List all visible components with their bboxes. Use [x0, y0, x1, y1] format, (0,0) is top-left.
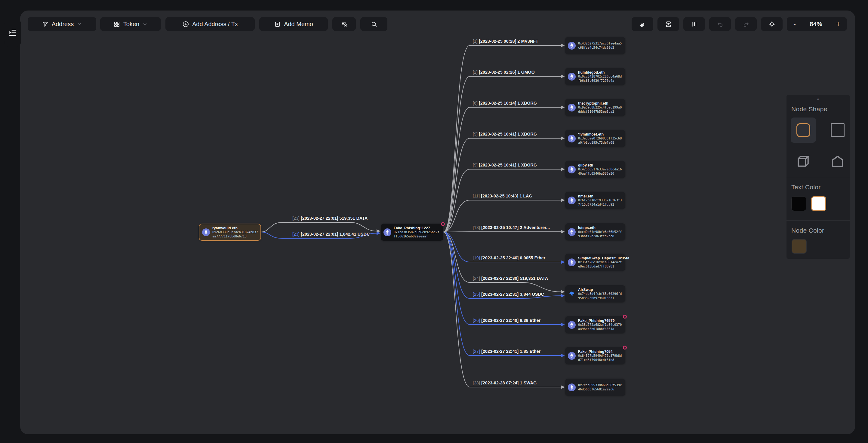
node-address: 0x35a772a682af1e34c0370aa98ec5b018bbf405… [578, 323, 623, 331]
node-address: 0x84527b5949d479c879b8dd71cd8f79048cdf6f… [578, 354, 623, 362]
pan-hand-icon [639, 21, 646, 28]
transfer-edge-label[interactable]: [2] [2023-02-25 02:26] 1 GMOO [473, 70, 535, 74]
address-node[interactable]: humblegod.eth 0x0cc5428702c220cc4a68dfb6… [565, 68, 625, 85]
add-address-tx-button[interactable]: Add Address / Tx [165, 17, 255, 31]
node-address: 0x6f7ce10cf9335216f63f37f15d6734a1d417db… [578, 198, 623, 206]
shape-option-cube[interactable] [791, 149, 816, 174]
undo-icon [717, 21, 724, 28]
undo-button[interactable] [709, 17, 731, 31]
transfer-edge-label[interactable]: [23] [2023-02-27 22:01] 1,842.41 USDC [292, 232, 370, 237]
transfer-edge-label[interactable]: [11] [2023-02-25 10:43] 1 LAG [473, 194, 532, 198]
node-address: 0xcd9e0fe98bfe8d06b52ff93abf12b2a63fed2b… [578, 230, 623, 238]
chain-icon [568, 383, 576, 391]
crosshair-icon [769, 21, 775, 28]
collapse-panel-arrow-icon[interactable]: ▲ [786, 97, 850, 101]
shape-option-rounded-square[interactable] [791, 117, 816, 143]
chevron-down-icon [77, 21, 82, 27]
address-node[interactable]: *lvmhmoët.eth 0x3e3bae0f269833ff35c68a0f… [565, 130, 625, 147]
chain-icon [383, 229, 391, 236]
address-filter-label: Address [52, 21, 74, 28]
address-filter-button[interactable]: Address [28, 17, 96, 31]
text-color-white-swatch[interactable] [811, 196, 826, 211]
edge-timestamp: [2023-02-27 22:40] [480, 318, 520, 323]
address-node[interactable]: 0x4326275317acc0fae4aa5c68fce4c54c74dc08… [565, 37, 625, 54]
auto-layout-button[interactable] [657, 17, 679, 31]
transfer-edge-label[interactable]: [25] [2023-02-27 22:31] 3,844 USDC [473, 292, 544, 297]
align-columns-button[interactable] [683, 17, 705, 31]
chain-icon [568, 197, 576, 204]
address-node[interactable]: SimpleSwap_Deposit_0x35fa 0x35fa28e1bf8e… [565, 254, 625, 271]
node-address: 0x0cc5428702c220cc4a68dfb6c83c6930f7270e… [578, 74, 623, 83]
shape-option-house[interactable] [825, 149, 850, 174]
ethereum-icon [568, 259, 576, 266]
transfer-edge[interactable] [443, 76, 561, 232]
transfer-edge[interactable] [443, 107, 561, 232]
edge-amount: 1 XBORG [518, 132, 537, 136]
transfer-edge-label[interactable]: [9] [2023-02-25 10:41] 1 XBORG [473, 163, 537, 167]
address-node[interactable]: lsteps.eth 0xcd9e0fe98bfe8d06b52ff93abf1… [565, 223, 625, 240]
search-button[interactable] [360, 17, 388, 31]
edge-index: [1] [473, 39, 477, 43]
transfer-edge-label[interactable]: [27] [2023-02-27 22:41] 1.85 Ether [473, 349, 541, 354]
edge-timestamp: [2023-02-25 10:41] [477, 132, 517, 136]
transfer-edge-label[interactable]: [1] [2023-02-25 00:28] 2 MV3NFT [473, 39, 538, 43]
transfer-edge[interactable] [443, 232, 561, 232]
locate-center-button[interactable] [761, 17, 783, 31]
address-node[interactable]: nmsl.eth 0x6f7ce10cf9335216f63f37f15d673… [565, 192, 625, 209]
address-node[interactable]: gilby.eth 0x42560517b33a7e68cda1640aa47b… [565, 161, 625, 178]
zoom-in-button[interactable]: + [836, 21, 840, 28]
node-address: 0x1ba383587e6b6e8925bc2fff5d6165ab8a2eea… [394, 230, 441, 238]
chain-icon [568, 166, 576, 173]
node-label: Fake_Phishing76579 [578, 318, 623, 323]
edge-index: [27] [473, 349, 480, 354]
node-style-panel: ▲ Node Shape Text Color Node Color [786, 95, 850, 259]
redo-button[interactable] [735, 17, 757, 31]
edge-amount: 1 GMOO [518, 70, 535, 74]
edge-timestamp: [2023-02-28 07:24] [480, 380, 520, 385]
address-node[interactable]: 0x7cec09533db68d36f539c46d5663f65681e2a2… [565, 379, 625, 396]
edge-arrowhead [561, 354, 565, 357]
transfer-edge[interactable] [443, 138, 561, 232]
node-address: 0x42560517b33a7e68cda1640aa47b6546ba585e… [578, 167, 623, 175]
add-address-tx-label: Add Address / Tx [192, 21, 238, 28]
edge-arrowhead [561, 167, 565, 171]
expand-sidebar-button[interactable] [4, 19, 21, 47]
transfer-edge-label[interactable]: [26] [2023-02-27 22:40] 8.38 Ether [473, 318, 541, 323]
transfer-edge-label[interactable]: [13] [2023-02-25 10:47] 2 Adventurer... [473, 225, 550, 230]
text-color-black-swatch[interactable] [791, 196, 806, 211]
node-color-title: Node Color [791, 227, 824, 234]
ethereum-icon [383, 229, 391, 236]
transfer-edge-label[interactable]: [24] [2023-02-27 22:30] 519,351 DATA [473, 276, 548, 281]
address-node[interactable]: Fake_Phishing11227 0x1ba383587e6b6e8925b… [381, 224, 443, 241]
address-node[interactable]: Fake_Phishing7054 0x84527b5949d479c879b8… [565, 347, 625, 364]
pan-tool-button[interactable] [631, 17, 653, 31]
shape-option-square[interactable] [825, 117, 850, 143]
transfer-edge-label[interactable]: [28] [2023-02-28 07:24] 1 SWAG [473, 380, 536, 385]
zoom-control: - 84% + [787, 17, 847, 31]
transfer-edge[interactable] [443, 169, 561, 232]
add-memo-button[interactable]: Add Memo [259, 17, 328, 31]
token-filter-button[interactable]: Token [100, 17, 161, 31]
text-color-title: Text Color [791, 184, 821, 191]
address-node[interactable]: Fake_Phishing76579 0x35a772a682af1e34c03… [565, 316, 625, 333]
edge-index: [9] [473, 163, 477, 167]
chain-icon [568, 290, 576, 298]
phishing-alert-badge [441, 222, 445, 226]
transfer-edge[interactable] [261, 223, 377, 232]
edge-amount: 1 SWAG [520, 380, 537, 385]
phishing-alert-badge [623, 346, 627, 349]
ethereum-icon [568, 104, 576, 111]
edge-timestamp: [2023-02-27 22:41] [480, 349, 520, 354]
plus-circle-icon [182, 21, 189, 28]
address-node[interactable]: ryanwould.eth 0xc6d330e5b7deb31824b837aa… [199, 224, 261, 241]
address-node[interactable]: AirSwap 0x74de5d4fcbf63e00296fd95d33236b… [565, 285, 625, 302]
transfer-edge-label[interactable]: [6] [2023-02-25 10:14] 1 XBORG [473, 101, 537, 105]
zoom-out-button[interactable]: - [794, 21, 796, 28]
address-book-button[interactable] [332, 17, 356, 31]
transfer-edge-label[interactable]: [23] [2023-02-27 22:01] 519,351 DATA [292, 216, 368, 220]
filter-funnel-icon [42, 21, 49, 28]
transfer-edge-label[interactable]: [9] [2023-02-25 10:41] 1 XBORG [473, 132, 537, 136]
node-color-swatch[interactable] [792, 239, 807, 254]
transfer-edge-label[interactable]: [19] [2023-02-25 22:46] 0.0055 Ether [473, 255, 545, 260]
address-node[interactable]: thecryptophil.eth 0x9a59d8b225c4fbec199a… [565, 99, 625, 116]
